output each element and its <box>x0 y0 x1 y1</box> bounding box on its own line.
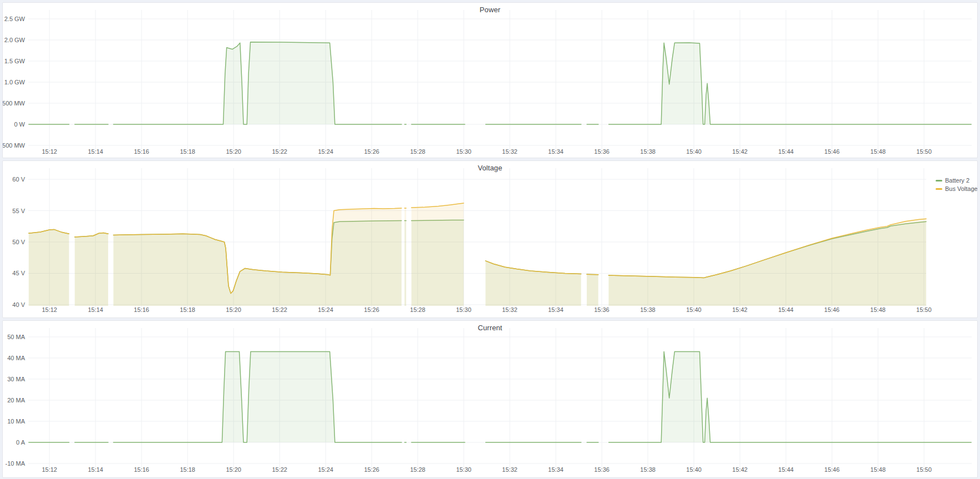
y-tick-label: 500 MW <box>3 100 26 107</box>
x-tick-label: 15:26 <box>364 148 379 155</box>
x-tick-label: 15:20 <box>226 148 241 155</box>
bus-voltage-area <box>29 229 69 306</box>
x-tick-label: 15:14 <box>88 306 103 313</box>
y-tick-label: 20 MA <box>7 397 25 404</box>
bus-voltage-area <box>75 233 108 306</box>
voltage-chart: 60 V55 V50 V45 V40 V15:1215:1415:1615:18… <box>3 161 977 317</box>
x-tick-label: 15:32 <box>502 148 517 155</box>
panel-current: Current 50 MA40 MA30 MA20 MA10 MA0 A-10 … <box>2 320 978 478</box>
power-plot-area[interactable]: 2.5 GW2.0 GW1.5 GW1.0 GW500 MW0 W-500 MW… <box>3 3 977 158</box>
x-tick-label: 15:44 <box>778 466 794 473</box>
x-tick-label: 15:40 <box>686 306 702 313</box>
bus-voltage-area <box>412 203 464 306</box>
x-tick-label: 15:34 <box>548 148 563 155</box>
current-plot-area[interactable]: 50 MA40 MA30 MA20 MA10 MA0 A-10 MA15:121… <box>3 321 977 477</box>
y-tick-label: 2.5 GW <box>4 16 26 22</box>
bus-voltage-line <box>587 274 598 275</box>
x-tick-label: 15:22 <box>272 466 287 473</box>
x-tick-label: 15:30 <box>456 306 471 313</box>
x-tick-label: 15:46 <box>824 466 840 473</box>
x-tick-label: 15:42 <box>732 306 748 313</box>
battery-2-swatch-icon <box>936 180 942 181</box>
bus-voltage-swatch-icon <box>936 188 942 190</box>
x-tick-label: 15:30 <box>456 148 471 155</box>
legend-label: Battery 2 <box>945 177 969 184</box>
current-area <box>114 352 402 442</box>
y-tick-label: 1.5 GW <box>4 58 26 64</box>
x-tick-label: 15:30 <box>456 466 471 473</box>
x-tick-label: 15:28 <box>410 148 425 155</box>
x-tick-label: 15:18 <box>180 306 195 313</box>
y-tick-label: 50 V <box>12 239 25 245</box>
x-tick-label: 15:44 <box>778 306 794 313</box>
x-tick-label: 15:22 <box>272 306 287 313</box>
y-tick-label: 50 MA <box>7 334 25 340</box>
voltage-plot-area[interactable]: 60 V55 V50 V45 V40 V15:1215:1415:1615:18… <box>3 161 977 317</box>
y-tick-label: 0 W <box>14 121 25 128</box>
power-area <box>114 42 402 124</box>
x-tick-label: 15:46 <box>824 306 840 313</box>
x-tick-label: 15:42 <box>732 466 748 473</box>
x-tick-label: 15:20 <box>226 306 241 313</box>
x-tick-label: 15:38 <box>640 148 656 155</box>
y-tick-label: 30 MA <box>7 376 25 382</box>
bus-voltage-area <box>114 208 402 306</box>
x-tick-label: 15:32 <box>502 306 517 313</box>
x-tick-label: 15:16 <box>134 466 149 473</box>
x-tick-label: 15:28 <box>410 466 425 473</box>
y-tick-label: 40 V <box>12 301 25 308</box>
x-tick-label: 15:22 <box>272 148 287 155</box>
x-tick-label: 15:46 <box>824 148 840 155</box>
x-tick-label: 15:16 <box>134 306 149 313</box>
x-tick-label: 15:20 <box>226 466 241 473</box>
legend-item-battery-2[interactable]: Battery 2 <box>936 177 978 184</box>
x-tick-label: 15:24 <box>318 466 333 473</box>
bus-voltage-area <box>608 219 926 306</box>
x-tick-label: 15:14 <box>88 466 103 473</box>
x-tick-label: 15:36 <box>594 148 610 155</box>
x-tick-label: 15:38 <box>640 306 656 313</box>
x-tick-label: 15:48 <box>870 466 886 473</box>
y-tick-label: 0 A <box>16 439 26 446</box>
x-tick-label: 15:34 <box>548 466 563 473</box>
current-chart: 50 MA40 MA30 MA20 MA10 MA0 A-10 MA15:121… <box>3 321 977 477</box>
x-tick-label: 15:12 <box>42 306 57 313</box>
current-area <box>609 352 972 442</box>
x-tick-label: 15:48 <box>870 306 886 313</box>
x-tick-label: 15:24 <box>318 148 333 155</box>
x-tick-label: 15:44 <box>778 148 794 155</box>
x-tick-label: 15:36 <box>594 466 610 473</box>
y-tick-label: 2.0 GW <box>4 37 26 43</box>
x-tick-label: 15:26 <box>364 306 379 313</box>
x-tick-label: 15:50 <box>916 306 932 313</box>
x-tick-label: 15:42 <box>732 148 748 155</box>
legend-label: Bus Voltage <box>945 185 978 192</box>
legend-item-bus-voltage[interactable]: Bus Voltage <box>936 185 978 192</box>
y-tick-label: 10 MA <box>7 418 25 425</box>
y-tick-label: 55 V <box>12 208 25 214</box>
y-tick-label: 40 MA <box>7 355 25 361</box>
x-tick-label: 15:38 <box>640 466 656 473</box>
y-tick-label: 45 V <box>12 270 25 276</box>
x-tick-label: 15:32 <box>502 466 517 473</box>
x-tick-label: 15:18 <box>180 148 195 155</box>
legend: Battery 2Bus Voltage <box>936 177 978 192</box>
x-tick-label: 15:36 <box>594 306 610 313</box>
power-chart: 2.5 GW2.0 GW1.5 GW1.0 GW500 MW0 W-500 MW… <box>3 3 977 158</box>
y-tick-label: 60 V <box>12 176 25 183</box>
panel-title-power[interactable]: Power <box>3 6 977 14</box>
x-tick-label: 15:28 <box>410 306 425 313</box>
x-tick-label: 15:12 <box>42 148 57 155</box>
x-tick-label: 15:12 <box>42 466 57 473</box>
y-tick-label: -500 MW <box>3 142 26 149</box>
y-tick-label: -10 MA <box>6 460 26 467</box>
panel-title-current[interactable]: Current <box>3 324 977 332</box>
x-tick-label: 15:26 <box>364 466 379 473</box>
x-tick-label: 15:34 <box>548 306 563 313</box>
panel-voltage: Voltage 60 V55 V50 V45 V40 V15:1215:1415… <box>2 160 978 318</box>
x-tick-label: 15:40 <box>686 148 702 155</box>
x-tick-label: 15:18 <box>180 466 195 473</box>
dashboard: Power 2.5 GW2.0 GW1.5 GW1.0 GW500 MW0 W-… <box>0 0 980 479</box>
panel-title-voltage[interactable]: Voltage <box>3 164 977 172</box>
x-tick-label: 15:48 <box>870 148 886 155</box>
